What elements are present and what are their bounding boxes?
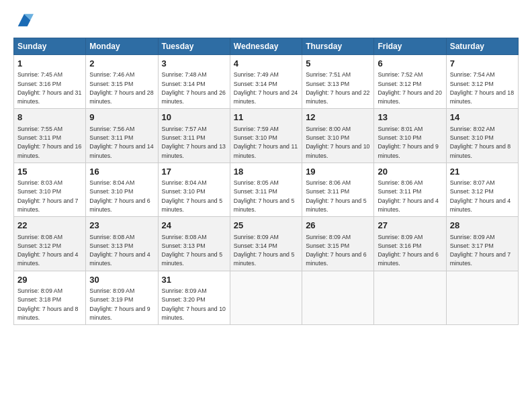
- week-row-3: 15 Sunrise: 8:03 AMSunset: 3:10 PMDaylig…: [14, 163, 519, 216]
- day-number: 23: [89, 220, 154, 232]
- day-number: 9: [89, 111, 154, 124]
- day-cell: 6 Sunrise: 7:52 AMSunset: 3:12 PMDayligh…: [374, 55, 446, 109]
- page-header: [13, 11, 519, 30]
- day-info: Sunrise: 8:08 AMSunset: 3:13 PMDaylight:…: [162, 234, 222, 267]
- day-cell: 11 Sunrise: 7:59 AMSunset: 3:10 PMDaylig…: [230, 109, 302, 163]
- logo: [13, 11, 31, 30]
- day-cell: 18 Sunrise: 8:05 AMSunset: 3:11 PMDaylig…: [230, 163, 302, 216]
- day-cell: 4 Sunrise: 7:49 AMSunset: 3:14 PMDayligh…: [230, 55, 302, 109]
- day-info: Sunrise: 8:03 AMSunset: 3:10 PMDaylight:…: [17, 179, 78, 213]
- day-info: Sunrise: 7:56 AMSunset: 3:11 PMDaylight:…: [89, 126, 153, 159]
- day-cell: 16 Sunrise: 8:04 AMSunset: 3:10 PMDaylig…: [86, 163, 158, 216]
- day-number: 1: [17, 58, 82, 70]
- page-container: SundayMondayTuesdayWednesdayThursdayFrid…: [0, 0, 532, 332]
- week-row-1: 1 Sunrise: 7:45 AMSunset: 3:16 PMDayligh…: [14, 55, 519, 109]
- day-info: Sunrise: 7:49 AMSunset: 3:14 PMDaylight:…: [234, 71, 298, 105]
- day-info: Sunrise: 8:06 AMSunset: 3:11 PMDaylight:…: [306, 179, 366, 213]
- day-cell: 26 Sunrise: 8:09 AMSunset: 3:15 PMDaylig…: [302, 217, 374, 271]
- day-number: 14: [450, 111, 515, 124]
- day-cell: 12 Sunrise: 8:00 AMSunset: 3:10 PMDaylig…: [302, 109, 374, 163]
- day-info: Sunrise: 7:54 AMSunset: 3:12 PMDaylight:…: [450, 71, 514, 105]
- logo-icon: [15, 11, 34, 30]
- day-number: 12: [306, 111, 370, 124]
- day-info: Sunrise: 8:00 AMSunset: 3:10 PMDaylight:…: [306, 126, 369, 159]
- day-number: 6: [378, 58, 442, 70]
- day-cell: 29 Sunrise: 8:09 AMSunset: 3:18 PMDaylig…: [14, 271, 86, 324]
- day-number: 4: [234, 58, 298, 70]
- header-cell-friday: Friday: [374, 38, 446, 55]
- day-cell: 7 Sunrise: 7:54 AMSunset: 3:12 PMDayligh…: [446, 55, 518, 109]
- day-number: 7: [450, 58, 515, 70]
- day-info: Sunrise: 7:45 AMSunset: 3:16 PMDaylight:…: [17, 71, 81, 105]
- day-number: 17: [162, 166, 226, 178]
- day-cell: 28 Sunrise: 8:09 AMSunset: 3:17 PMDaylig…: [446, 217, 518, 271]
- day-number: 13: [378, 111, 442, 124]
- day-number: 21: [450, 166, 515, 178]
- header-cell-thursday: Thursday: [302, 38, 374, 55]
- day-number: 16: [89, 166, 154, 178]
- day-cell: 31 Sunrise: 8:09 AMSunset: 3:20 PMDaylig…: [158, 271, 230, 324]
- day-info: Sunrise: 7:52 AMSunset: 3:12 PMDaylight:…: [378, 71, 441, 105]
- day-cell: 5 Sunrise: 7:51 AMSunset: 3:13 PMDayligh…: [302, 55, 374, 109]
- day-cell: [446, 271, 518, 324]
- day-number: 29: [17, 274, 82, 286]
- header-row: SundayMondayTuesdayWednesdayThursdayFrid…: [14, 38, 519, 55]
- day-info: Sunrise: 8:09 AMSunset: 3:15 PMDaylight:…: [306, 234, 366, 267]
- logo-text: [13, 11, 34, 30]
- day-cell: 2 Sunrise: 7:46 AMSunset: 3:15 PMDayligh…: [86, 55, 158, 109]
- day-number: 15: [17, 166, 82, 178]
- header-cell-wednesday: Wednesday: [230, 38, 302, 55]
- day-cell: 13 Sunrise: 8:01 AMSunset: 3:10 PMDaylig…: [374, 109, 446, 163]
- day-cell: 15 Sunrise: 8:03 AMSunset: 3:10 PMDaylig…: [14, 163, 86, 216]
- day-info: Sunrise: 7:48 AMSunset: 3:14 PMDaylight:…: [162, 71, 226, 105]
- header-cell-sunday: Sunday: [14, 38, 86, 55]
- day-cell: 30 Sunrise: 8:09 AMSunset: 3:19 PMDaylig…: [86, 271, 158, 324]
- day-number: 19: [306, 166, 370, 178]
- day-number: 8: [17, 111, 82, 124]
- day-cell: 22 Sunrise: 8:08 AMSunset: 3:12 PMDaylig…: [14, 217, 86, 271]
- day-number: 3: [162, 58, 226, 70]
- day-cell: 1 Sunrise: 7:45 AMSunset: 3:16 PMDayligh…: [14, 55, 86, 109]
- day-cell: 25 Sunrise: 8:09 AMSunset: 3:14 PMDaylig…: [230, 217, 302, 271]
- day-number: 11: [234, 111, 298, 124]
- day-cell: 17 Sunrise: 8:04 AMSunset: 3:10 PMDaylig…: [158, 163, 230, 216]
- week-row-4: 22 Sunrise: 8:08 AMSunset: 3:12 PMDaylig…: [14, 217, 519, 271]
- day-number: 31: [162, 274, 226, 286]
- day-cell: 27 Sunrise: 8:09 AMSunset: 3:16 PMDaylig…: [374, 217, 446, 271]
- day-info: Sunrise: 8:08 AMSunset: 3:12 PMDaylight:…: [17, 234, 78, 267]
- day-number: 20: [378, 166, 442, 178]
- day-number: 5: [306, 58, 370, 70]
- week-row-2: 8 Sunrise: 7:55 AMSunset: 3:11 PMDayligh…: [14, 109, 519, 163]
- day-cell: [230, 271, 302, 324]
- day-info: Sunrise: 8:07 AMSunset: 3:12 PMDaylight:…: [450, 179, 511, 213]
- calendar-table: SundayMondayTuesdayWednesdayThursdayFrid…: [13, 38, 519, 325]
- day-info: Sunrise: 8:09 AMSunset: 3:20 PMDaylight:…: [162, 287, 226, 321]
- day-number: 28: [450, 220, 515, 232]
- day-number: 2: [89, 58, 154, 70]
- day-info: Sunrise: 7:59 AMSunset: 3:10 PMDaylight:…: [234, 126, 298, 159]
- header-cell-tuesday: Tuesday: [158, 38, 230, 55]
- header-cell-monday: Monday: [86, 38, 158, 55]
- day-info: Sunrise: 7:51 AMSunset: 3:13 PMDaylight:…: [306, 71, 369, 105]
- day-info: Sunrise: 8:05 AMSunset: 3:11 PMDaylight:…: [234, 179, 294, 213]
- day-info: Sunrise: 8:01 AMSunset: 3:10 PMDaylight:…: [378, 126, 438, 159]
- day-info: Sunrise: 8:06 AMSunset: 3:11 PMDaylight:…: [378, 179, 438, 213]
- day-cell: 9 Sunrise: 7:56 AMSunset: 3:11 PMDayligh…: [86, 109, 158, 163]
- day-info: Sunrise: 8:09 AMSunset: 3:16 PMDaylight:…: [378, 234, 438, 267]
- day-number: 25: [234, 220, 298, 232]
- day-number: 18: [234, 166, 298, 178]
- day-info: Sunrise: 8:04 AMSunset: 3:10 PMDaylight:…: [162, 179, 222, 213]
- day-number: 22: [17, 220, 82, 232]
- day-cell: [374, 271, 446, 324]
- day-info: Sunrise: 7:46 AMSunset: 3:15 PMDaylight:…: [89, 71, 153, 105]
- day-info: Sunrise: 8:08 AMSunset: 3:13 PMDaylight:…: [89, 234, 150, 267]
- day-number: 26: [306, 220, 370, 232]
- day-info: Sunrise: 8:09 AMSunset: 3:14 PMDaylight:…: [234, 234, 294, 267]
- week-row-5: 29 Sunrise: 8:09 AMSunset: 3:18 PMDaylig…: [14, 271, 519, 324]
- day-info: Sunrise: 8:02 AMSunset: 3:10 PMDaylight:…: [450, 126, 511, 159]
- day-cell: 8 Sunrise: 7:55 AMSunset: 3:11 PMDayligh…: [14, 109, 86, 163]
- day-info: Sunrise: 8:09 AMSunset: 3:18 PMDaylight:…: [17, 287, 78, 321]
- day-cell: 23 Sunrise: 8:08 AMSunset: 3:13 PMDaylig…: [86, 217, 158, 271]
- day-info: Sunrise: 8:09 AMSunset: 3:17 PMDaylight:…: [450, 234, 511, 267]
- day-cell: 20 Sunrise: 8:06 AMSunset: 3:11 PMDaylig…: [374, 163, 446, 216]
